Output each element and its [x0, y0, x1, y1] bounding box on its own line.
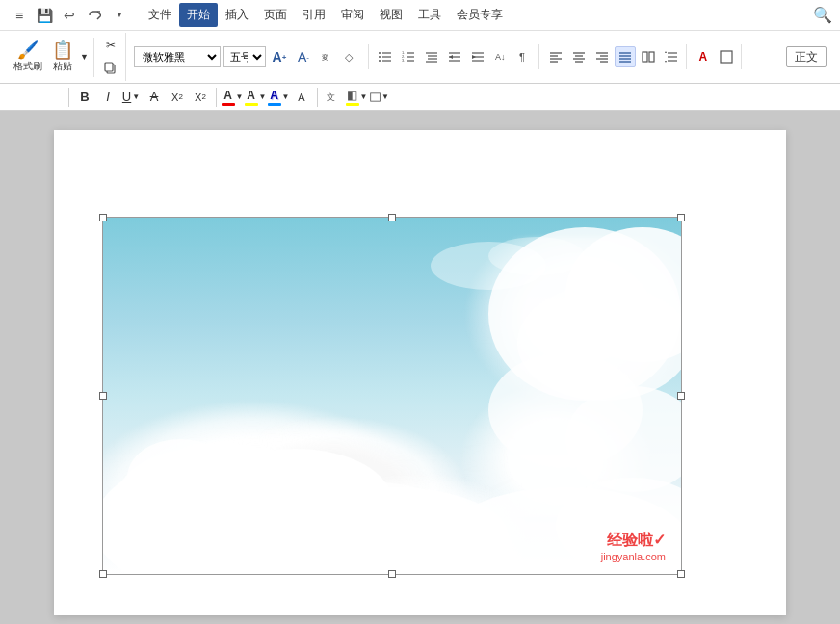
- menu-insert[interactable]: 插入: [218, 3, 256, 27]
- underline-button[interactable]: U ▼: [120, 87, 142, 108]
- svg-rect-1: [105, 63, 113, 71]
- sep2: [216, 88, 217, 107]
- menu-home[interactable]: 开始: [179, 3, 218, 27]
- cut-button[interactable]: ✂: [100, 35, 121, 56]
- quick-access-toolbar: ≡ 💾 ↩ ▼: [8, 4, 131, 27]
- sort-button[interactable]: A↓: [490, 46, 512, 67]
- strikethrough-button[interactable]: A: [144, 87, 165, 108]
- font-color-button[interactable]: A ▼: [222, 87, 243, 108]
- menu-file[interactable]: 文件: [141, 3, 179, 27]
- svg-text:変: 変: [322, 54, 328, 61]
- ribbon-row2: B I U ▼ A X2 X2 A ▼ A ▼: [0, 84, 840, 111]
- line-spacing-button[interactable]: [661, 46, 682, 67]
- paste-button[interactable]: 📋 粘贴: [48, 39, 77, 75]
- resize-handle-ml[interactable]: [99, 392, 107, 400]
- superscript-button[interactable]: X2: [190, 87, 211, 108]
- multilevel-list-button[interactable]: [421, 46, 442, 67]
- sky-cloud-image: 经验啦✓ jingyanla.com: [103, 218, 681, 574]
- char-spacing-button[interactable]: 文: [323, 87, 344, 108]
- bold-button[interactable]: B: [74, 87, 95, 108]
- copy-button[interactable]: [100, 58, 121, 79]
- svg-text:3.: 3.: [402, 58, 405, 63]
- svg-point-9: [379, 60, 381, 62]
- resize-handle-tm[interactable]: [388, 214, 396, 221]
- app-menu-icon[interactable]: ≡: [8, 4, 31, 27]
- bulleted-list-button[interactable]: [375, 46, 396, 67]
- highlight-color-button[interactable]: A ▼: [245, 87, 266, 108]
- border-style-button[interactable]: ▼: [369, 87, 390, 108]
- resize-handle-mr[interactable]: [677, 392, 685, 400]
- align-right-button[interactable]: [591, 46, 613, 67]
- menu-page[interactable]: 页面: [256, 3, 295, 27]
- search-area[interactable]: 🔍: [813, 6, 832, 24]
- save-button[interactable]: 💾: [33, 4, 56, 27]
- italic-button[interactable]: I: [97, 87, 118, 108]
- text-effect-button[interactable]: A ▼: [268, 87, 289, 108]
- menu-review[interactable]: 审阅: [333, 3, 372, 27]
- menu-vip[interactable]: 会员专享: [449, 3, 511, 27]
- redo-button[interactable]: [83, 4, 106, 27]
- show-marks-button[interactable]: ¶: [513, 46, 535, 67]
- align-left-button[interactable]: [545, 46, 566, 67]
- format-painter-button[interactable]: 🖌️ 格式刷: [10, 39, 46, 75]
- columns-button[interactable]: [638, 46, 659, 67]
- search-icon[interactable]: 🔍: [813, 7, 832, 23]
- doc-space-top: [102, 169, 738, 217]
- document-image-container[interactable]: 经验啦✓ jingyanla.com: [102, 217, 682, 575]
- decrease-indent-button[interactable]: [444, 46, 465, 67]
- title-bar: ≡ 💾 ↩ ▼ 文件 开始 插入 页面 引用 审阅 视图 工具 会员专享 🔍: [0, 0, 840, 31]
- watermark: 经验啦✓ jingyanla.com: [601, 531, 666, 562]
- svg-rect-49: [721, 51, 732, 63]
- menu-reference[interactable]: 引用: [295, 3, 333, 27]
- svg-text:文: 文: [327, 92, 335, 102]
- svg-point-58: [286, 482, 459, 559]
- svg-rect-44: [643, 52, 647, 62]
- menu-tools[interactable]: 工具: [410, 3, 449, 27]
- svg-rect-45: [649, 52, 654, 62]
- svg-text:¶: ¶: [519, 51, 525, 63]
- watermark-url: jingyanla.com: [601, 551, 666, 562]
- wordart-button[interactable]: A: [693, 46, 714, 67]
- sep1: [68, 88, 69, 107]
- watermark-text: 经验啦✓: [601, 531, 666, 551]
- justify-button[interactable]: [615, 46, 636, 67]
- border-button[interactable]: [716, 46, 737, 67]
- font-name-select[interactable]: 微软雅黑: [134, 46, 221, 67]
- special-group: A: [689, 44, 742, 69]
- resize-handle-br[interactable]: [677, 570, 685, 578]
- font-style-btn2[interactable]: A: [291, 87, 312, 108]
- cut-copy-group: ✂: [96, 33, 126, 81]
- undo-button[interactable]: ↩: [58, 4, 81, 27]
- resize-handle-bm[interactable]: [388, 570, 396, 578]
- numbered-list-button[interactable]: 1.2.3.: [398, 46, 419, 67]
- subscript-button[interactable]: X2: [167, 87, 188, 108]
- font-grow-button[interactable]: A+: [269, 46, 290, 67]
- paragraph-group: 1.2.3. A↓ ¶: [371, 44, 539, 69]
- ribbon-area: 🖌️ 格式刷 📋 粘贴 ▼ ✂ 微软雅黑 五号 A+: [0, 31, 840, 111]
- ribbon-row1: 🖌️ 格式刷 📋 粘贴 ▼ ✂ 微软雅黑 五号 A+: [0, 31, 840, 84]
- paste-dropdown[interactable]: ▼: [79, 52, 90, 62]
- svg-point-8: [379, 56, 381, 58]
- undo-dropdown[interactable]: ▼: [108, 4, 131, 27]
- style-panel-right: 正文: [778, 44, 834, 69]
- document-area: 经验啦✓ jingyanla.com: [0, 111, 840, 624]
- sky-background: [103, 218, 681, 574]
- resize-handle-tl[interactable]: [99, 214, 107, 221]
- font-shrink-button[interactable]: A-: [293, 46, 314, 67]
- menu-view[interactable]: 视图: [372, 3, 410, 27]
- font-size-select[interactable]: 五号: [223, 46, 266, 67]
- sep3: [317, 88, 318, 107]
- clear-format-button[interactable]: ◇: [341, 46, 362, 67]
- increase-indent-button[interactable]: [467, 46, 488, 67]
- resize-handle-tr[interactable]: [677, 214, 685, 221]
- svg-point-56: [127, 439, 233, 516]
- svg-point-67: [488, 237, 585, 275]
- clipboard-group: 🖌️ 格式刷 📋 粘贴 ▼: [6, 38, 94, 77]
- resize-handle-bl[interactable]: [99, 570, 107, 578]
- style-normal-button[interactable]: 正文: [786, 46, 827, 67]
- align-center-button[interactable]: [568, 46, 590, 67]
- svg-point-7: [379, 52, 381, 54]
- phonetic-button[interactable]: 変: [317, 46, 338, 67]
- shading-button[interactable]: ◧ ▼: [346, 87, 367, 108]
- svg-text:◇: ◇: [345, 51, 354, 63]
